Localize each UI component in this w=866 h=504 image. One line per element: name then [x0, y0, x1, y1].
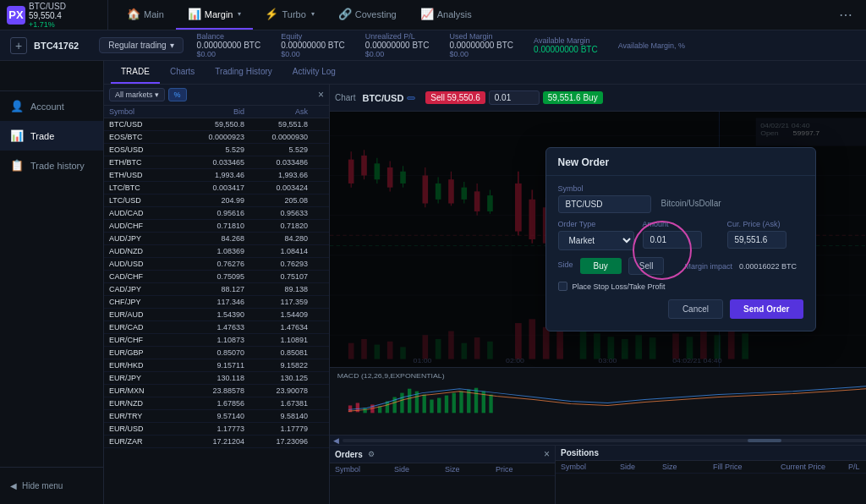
- row-symbol: EUR/USD: [109, 425, 181, 433]
- market-row[interactable]: CHF/JPY 117.346 117.359 -0.06: [104, 296, 329, 309]
- cur-price-input[interactable]: [727, 231, 787, 249]
- market-badge[interactable]: %: [168, 88, 187, 101]
- svg-rect-118: [400, 393, 403, 414]
- chart-buy-button[interactable]: 59,551.6 Buy: [543, 91, 603, 104]
- market-row[interactable]: AUD/CHF 0.71810 0.71820 +0.12: [104, 220, 329, 233]
- market-row[interactable]: BTC/USD 59,550.8 59,551.8 +1.45: [104, 118, 329, 131]
- logo-icon: PX: [7, 6, 25, 25]
- market-row[interactable]: EUR/AUD 1.54390 1.54409 -0.12: [104, 309, 329, 321]
- pos-col-size: Size: [662, 463, 713, 471]
- tab-charts[interactable]: Charts: [160, 61, 205, 84]
- nav-tab-analysis[interactable]: 📈 Analysis: [408, 0, 484, 30]
- market-row[interactable]: EUR/HKD 9.15711 9.15822 +0.00: [104, 359, 329, 372]
- used-margin-sub: $0.00: [449, 50, 513, 58]
- market-row[interactable]: EUR/MXN 23.88578 23.90078 +0.02: [104, 385, 329, 397]
- row-symbol: EUR/NZD: [109, 399, 181, 408]
- orders-close-button[interactable]: ×: [544, 448, 550, 460]
- modal-body: Symbol Bitcoin/UsDollar Order Type: [546, 176, 815, 331]
- orders-settings-icon[interactable]: ⚙: [368, 450, 375, 458]
- chart-sell-button[interactable]: Sell 59,550.6: [425, 91, 485, 104]
- nav-tab-covesting[interactable]: 🔗 Covesting: [326, 0, 408, 30]
- market-row[interactable]: LTC/BTC 0.003417 0.003424 -0.35: [104, 182, 329, 194]
- cancel-button[interactable]: Cancel: [668, 299, 723, 319]
- tab-trade[interactable]: TRADE: [111, 61, 160, 84]
- market-row[interactable]: AUD/USD 0.76276 0.76293 +0.17: [104, 258, 329, 271]
- market-row[interactable]: EUR/CAD 1.47633 1.47634 -0.07: [104, 321, 329, 334]
- market-row[interactable]: EUR/USD 1.17773 1.17779 +0.02: [104, 423, 329, 436]
- trading-mode-dropdown[interactable]: Regular trading ▾: [99, 37, 183, 53]
- hide-menu-button[interactable]: ◀ Hide menu: [0, 474, 103, 497]
- row-symbol: AUD/USD: [109, 260, 181, 268]
- sidebar-top: [0, 61, 103, 91]
- row-bid: 0.95616: [181, 209, 244, 217]
- row-symbol: EUR/CAD: [109, 323, 181, 331]
- panels: All markets ▾ % × Symbol Bid Ask Chg% BT…: [104, 85, 866, 504]
- row-bid: 1.67856: [181, 399, 244, 408]
- pos-col-symbol: Symbol: [561, 463, 620, 471]
- market-row[interactable]: EOS/USD 5.529 5.529 -1.13: [104, 144, 329, 156]
- row-ask: 17.23096: [244, 437, 308, 446]
- chart-amount-input[interactable]: [489, 90, 540, 105]
- row-chg: +0.17: [308, 260, 329, 268]
- scroll-thumb[interactable]: [748, 439, 781, 442]
- add-account-button[interactable]: +: [10, 37, 27, 54]
- chevron-turbo-icon: ▾: [311, 10, 315, 18]
- market-filter-dropdown[interactable]: All markets ▾: [109, 88, 165, 101]
- buy-button[interactable]: Buy: [580, 258, 622, 274]
- chart-label: Chart: [335, 93, 355, 102]
- row-ask: 5.529: [244, 145, 308, 154]
- equity-label: Equity: [281, 32, 345, 41]
- row-chg: -0.12: [308, 310, 329, 319]
- analysis-icon: 📈: [420, 8, 434, 20]
- sidebar-item-trade[interactable]: 📊 Trade: [0, 121, 103, 151]
- market-row[interactable]: ETH/BTC 0.033465 0.033486 -0.15: [104, 156, 329, 169]
- market-close-button[interactable]: ×: [318, 89, 324, 101]
- market-row[interactable]: EUR/JPY 130.118 130.125 -0.08: [104, 372, 329, 385]
- market-table-header: Symbol Bid Ask Chg%: [104, 106, 329, 118]
- market-row[interactable]: ETH/USD 1,993.46 1,993.66 +1.29: [104, 169, 329, 182]
- nav-tab-turbo[interactable]: ⚡ Turbo ▾: [253, 0, 326, 30]
- tab-trading-history[interactable]: Trading History: [205, 61, 282, 84]
- nav-tab-margin[interactable]: 📊 Margin ▾: [176, 0, 254, 30]
- market-row[interactable]: CAD/JPY 88.127 89.138 0.00: [104, 283, 329, 296]
- market-row[interactable]: LTC/USD 204.99 205.08 +1.15: [104, 194, 329, 207]
- nav-tab-main-label: Main: [144, 9, 164, 19]
- row-bid: 84.268: [181, 234, 244, 243]
- nav-tab-main[interactable]: 🏠 Main: [115, 0, 176, 30]
- row-symbol: EUR/ZAR: [109, 437, 181, 446]
- row-chg: +0.00: [308, 361, 329, 370]
- sell-button[interactable]: Sell: [628, 257, 665, 275]
- chart-badge: [407, 96, 415, 100]
- row-bid: 1.54390: [181, 310, 244, 319]
- market-row[interactable]: EUR/GBP 0.85070 0.85081 -0.95: [104, 347, 329, 359]
- scroll-bar[interactable]: ◀ ▶: [330, 435, 866, 445]
- market-row[interactable]: EUR/TRY 9.57140 9.58140 -0.23: [104, 410, 329, 423]
- market-row[interactable]: AUD/NZD 1.08369 1.08414 -0.10: [104, 245, 329, 258]
- modal-title: New Order: [546, 148, 815, 176]
- send-order-button[interactable]: Send Order: [730, 299, 803, 319]
- sidebar-item-trade-label: Trade: [30, 131, 54, 141]
- tab-activity-log[interactable]: Activity Log: [282, 61, 346, 84]
- market-row[interactable]: AUD/JPY 84.268 84.280 +0.05: [104, 233, 329, 245]
- amount-input[interactable]: [643, 231, 702, 249]
- svg-text:MACD (12,26,9,EXPONENTIAL): MACD (12,26,9,EXPONENTIAL): [337, 371, 445, 379]
- sidebar-item-trade-history[interactable]: 📋 Trade history: [0, 151, 103, 180]
- market-row[interactable]: EUR/NZD 1.67856 1.67381 -0.21: [104, 397, 329, 410]
- stoploss-checkbox[interactable]: [558, 282, 567, 291]
- row-symbol: AUD/JPY: [109, 234, 181, 243]
- row-bid: 0.0000923: [181, 133, 244, 141]
- market-row[interactable]: CAD/CHF 0.75095 0.75107 +0.05: [104, 271, 329, 283]
- market-row[interactable]: AUD/CAD 0.95616 0.95633 +0.07: [104, 207, 329, 220]
- order-type-select[interactable]: Market Limit: [558, 231, 634, 250]
- row-symbol: EUR/HKD: [109, 361, 181, 370]
- order-type-field: Order Type Market Limit: [558, 220, 634, 250]
- symbol-input[interactable]: [558, 195, 651, 213]
- nav-tab-turbo-label: Turbo: [282, 9, 305, 19]
- scroll-left-icon[interactable]: ◀: [333, 436, 339, 445]
- market-row[interactable]: EUR/CHF 1.10873 1.10891 +0.01: [104, 334, 329, 347]
- sidebar-item-account[interactable]: 👤 Account: [0, 91, 103, 121]
- row-chg: -0.35: [308, 184, 329, 192]
- market-row[interactable]: EUR/ZAR 17.21204 17.23096 0.00: [104, 436, 329, 448]
- hamburger-icon[interactable]: ⋯: [839, 7, 852, 23]
- market-row[interactable]: EOS/BTC 0.0000923 0.0000930 -2.74: [104, 131, 329, 144]
